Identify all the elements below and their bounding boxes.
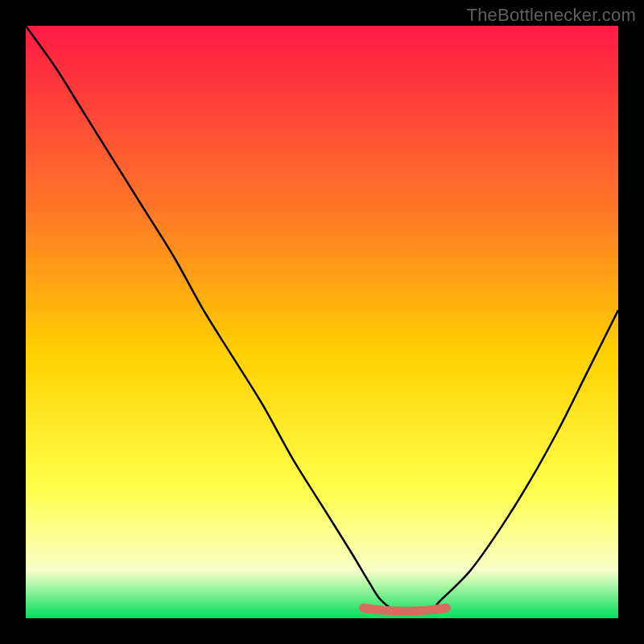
gradient-background (26, 26, 618, 618)
chart-frame (26, 26, 618, 618)
optimal-range-marker (364, 608, 447, 611)
watermark-text: TheBottlenecker.com (467, 5, 636, 26)
bottleneck-chart (26, 26, 618, 618)
